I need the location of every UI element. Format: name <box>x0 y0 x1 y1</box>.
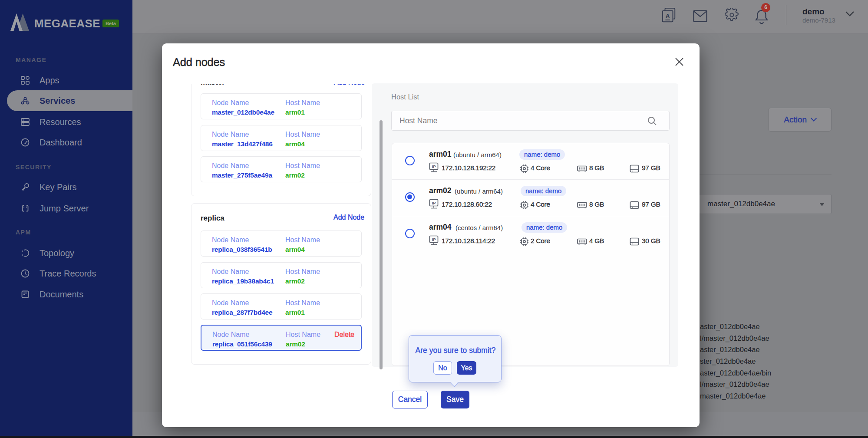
svg-text:IP: IP <box>432 164 436 169</box>
svg-text:IP: IP <box>432 237 436 242</box>
svg-text:IP: IP <box>432 201 436 205</box>
svg-text:A: A <box>665 13 670 20</box>
